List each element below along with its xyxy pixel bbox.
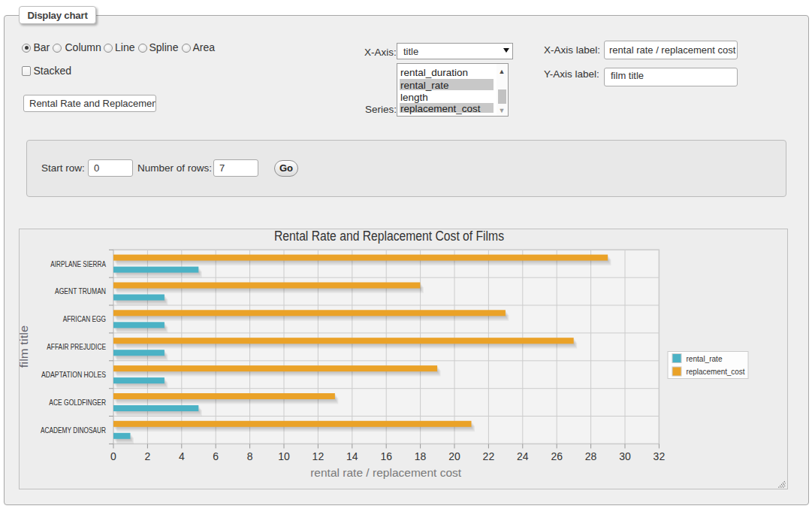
svg-text:AGENT TRUMAN: AGENT TRUMAN [55, 286, 106, 295]
svg-text:14: 14 [346, 450, 358, 462]
svg-text:8: 8 [247, 450, 253, 462]
svg-text:4: 4 [179, 450, 185, 462]
svg-text:32: 32 [654, 450, 666, 462]
svg-text:24: 24 [517, 450, 529, 462]
svg-text:22: 22 [483, 450, 495, 462]
svg-text:26: 26 [551, 450, 563, 462]
svg-text:12: 12 [312, 450, 324, 462]
svg-text:2: 2 [145, 450, 151, 462]
svg-text:replacement_cost: replacement_cost [687, 367, 746, 376]
svg-text:rental rate / replacement cost: rental rate / replacement cost [310, 466, 462, 479]
svg-text:6: 6 [213, 450, 219, 462]
svg-text:rental_rate: rental_rate [687, 354, 723, 363]
svg-text:ACADEMY DINOSAUR: ACADEMY DINOSAUR [41, 426, 106, 435]
svg-text:20: 20 [448, 450, 460, 462]
svg-text:0: 0 [110, 450, 116, 462]
svg-text:Rental Rate and Replacement Co: Rental Rate and Replacement Cost of Film… [274, 229, 504, 244]
svg-text:10: 10 [278, 450, 290, 462]
svg-text:16: 16 [380, 450, 392, 462]
svg-text:AFFAIR PREJUDICE: AFFAIR PREJUDICE [47, 342, 106, 351]
svg-text:AIRPLANE SIERRA: AIRPLANE SIERRA [50, 259, 106, 268]
svg-text:30: 30 [619, 450, 631, 462]
svg-text:ACE GOLDFINGER: ACE GOLDFINGER [49, 398, 106, 407]
svg-text:28: 28 [585, 450, 597, 462]
svg-text:film title: film title [20, 326, 30, 368]
svg-text:18: 18 [415, 450, 427, 462]
svg-text:AFRICAN EGG: AFRICAN EGG [63, 314, 106, 323]
svg-text:ADAPTATION HOLES: ADAPTATION HOLES [41, 370, 106, 379]
